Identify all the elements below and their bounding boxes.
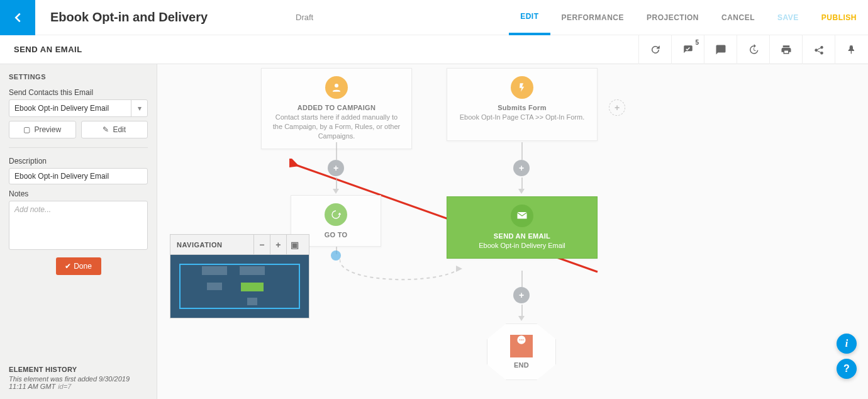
zoom-in-button[interactable]: + (270, 235, 286, 255)
notes-input[interactable]: Add note... (9, 201, 148, 250)
node-sub: Ebook Opt-In Page CTA >> Opt-In Form. (456, 113, 588, 122)
element-history-heading: ELEMENT HISTORY (9, 366, 148, 373)
help-fab[interactable]: ? (837, 359, 857, 379)
zoom-fit-button[interactable]: ▣ (286, 235, 303, 255)
add-node-button[interactable]: + (609, 99, 625, 116)
workflow-canvas[interactable]: ADDED TO CAMPAIGN Contact starts here if… (157, 64, 868, 399)
settings-panel: SETTINGS Send Contacts this Email Ebook … (0, 64, 157, 399)
node-send-email[interactable]: SEND AN EMAIL Ebook Opt-in Delivery Emai… (447, 196, 598, 259)
back-button[interactable] (0, 0, 35, 35)
email-icon (511, 205, 533, 227)
history-button[interactable] (737, 35, 770, 64)
tab-publish[interactable]: PUBLISH (810, 0, 868, 35)
edit-label: Edit (113, 125, 126, 134)
redirect-icon (325, 203, 347, 226)
subheader-title: SEND AN EMAIL (14, 45, 82, 54)
tasks-badge: 5 (695, 39, 699, 46)
person-icon (325, 76, 348, 99)
refresh-button[interactable] (639, 35, 672, 64)
field-send-email-label: Send Contacts this Email (9, 88, 148, 97)
node-sub: Ebook Opt-in Delivery Email (456, 241, 588, 250)
connector-plus[interactable]: + (513, 160, 530, 176)
pin-button[interactable] (835, 35, 868, 64)
preview-button[interactable]: ▢ Preview (9, 121, 76, 138)
pencil-icon: ✎ (103, 125, 109, 134)
tab-cancel[interactable]: CANCEL (710, 0, 766, 35)
dashed-connector (340, 253, 465, 291)
node-title: Submits Form (456, 104, 588, 111)
tasks-button[interactable]: 5 (672, 35, 704, 64)
connector-plus[interactable]: + (513, 287, 530, 303)
node-added-to-campaign[interactable]: ADDED TO CAMPAIGN Contact starts here if… (261, 68, 412, 149)
navigation-label: NAVIGATION (177, 241, 222, 249)
zoom-out-button[interactable]: − (253, 235, 270, 255)
description-label: Description (9, 157, 148, 166)
description-input[interactable]: Ebook Opt-in Delivery Email (9, 168, 148, 184)
page-title: Ebook Opt-in and Delivery (50, 10, 208, 25)
navigation-minimap[interactable]: NAVIGATION − + ▣ (170, 234, 309, 318)
check-icon: ✔ (65, 262, 71, 271)
tab-performance[interactable]: PERFORMANCE (550, 0, 636, 35)
node-title: SEND AN EMAIL (456, 232, 588, 240)
svg-point-1 (335, 84, 338, 87)
tab-projection[interactable]: PROJECTION (635, 0, 710, 35)
select-email[interactable]: Ebook Opt-in Delivery Email ▾ (9, 99, 148, 117)
bolt-icon (511, 76, 533, 99)
node-sub: Contact starts here if added manually to… (270, 113, 403, 141)
node-title: GO TO (300, 231, 372, 239)
node-end[interactable]: END (487, 323, 556, 380)
node-title: ADDED TO CAMPAIGN (270, 104, 403, 111)
node-submits-form[interactable]: Submits Form Ebook Opt-In Page CTA >> Op… (447, 68, 598, 141)
print-button[interactable] (770, 35, 803, 64)
select-email-value: Ebook Opt-in Delivery Email (14, 104, 109, 113)
status-label: Draft (296, 13, 313, 22)
stop-icon (510, 335, 533, 357)
tab-save[interactable]: SAVE (766, 0, 810, 35)
tab-edit[interactable]: EDIT (509, 0, 550, 35)
preview-label: Preview (34, 125, 61, 134)
done-button[interactable]: ✔ Done (56, 257, 101, 275)
node-title: END (514, 361, 529, 369)
chevron-down-icon: ▾ (131, 100, 147, 116)
settings-heading: SETTINGS (9, 73, 148, 81)
connector-plus[interactable]: + (328, 160, 344, 176)
edit-button[interactable]: ✎ Edit (81, 121, 148, 138)
comment-button[interactable] (704, 35, 737, 64)
element-history-id: id=7 (58, 383, 71, 390)
share-button[interactable] (803, 35, 835, 64)
preview-icon: ▢ (23, 125, 30, 134)
info-fab[interactable]: i (837, 334, 857, 354)
notes-label: Notes (9, 189, 148, 198)
